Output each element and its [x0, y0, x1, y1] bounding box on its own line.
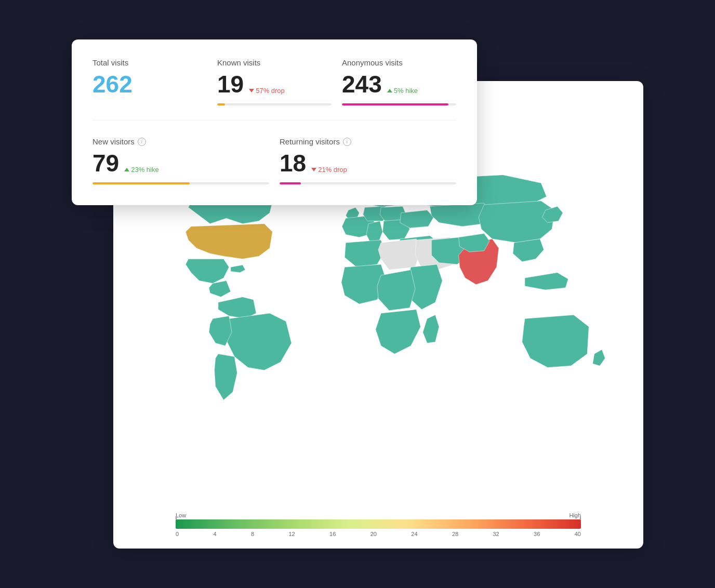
known-visits-label: Known visits	[217, 58, 332, 67]
legend-low-label: Low	[176, 512, 186, 518]
total-visits-stat: Total visits 262	[92, 58, 207, 105]
known-visits-progress	[217, 103, 332, 105]
returning-visitors-change: 21% drop	[311, 166, 347, 173]
anonymous-visits-number: 243	[342, 72, 382, 96]
returning-visitors-stat: Returning visitors i 18 21% drop	[280, 137, 456, 184]
known-visits-bar-fill	[217, 103, 225, 105]
stats-card: Total visits 262 Known visits 19 57% dro…	[72, 39, 477, 205]
known-visits-arrow-down-icon	[249, 89, 254, 92]
total-visits-number: 262	[92, 72, 133, 96]
anonymous-visits-arrow-up-icon	[387, 89, 392, 92]
returning-visitors-bar-fill	[280, 182, 301, 184]
dashboard-scene: Low High 0 4 8 12 16 20 24 28 32 36 40	[72, 39, 643, 549]
new-visitors-label: New visitors i	[92, 137, 269, 146]
anonymous-visits-stat: Anonymous visits 243 5% hike	[342, 58, 456, 105]
stats-bottom-row: New visitors i 79 23% hike Returning	[92, 137, 456, 184]
returning-visitors-progress	[280, 182, 456, 184]
anonymous-visits-value-row: 243 5% hike	[342, 72, 456, 96]
new-visitors-bar-fill	[92, 182, 190, 184]
anonymous-visits-label: Anonymous visits	[342, 58, 456, 67]
known-visits-number: 19	[217, 72, 244, 96]
returning-visitors-number: 18	[280, 151, 306, 175]
new-visitors-change: 23% hike	[124, 166, 158, 173]
returning-visitors-label: Returning visitors i	[280, 137, 456, 146]
known-visits-stat: Known visits 19 57% drop	[217, 58, 332, 105]
returning-visitors-info-icon[interactable]: i	[343, 138, 351, 146]
map-legend: Low High 0 4 8 12 16 20 24 28 32 36 40	[113, 512, 643, 537]
anonymous-visits-bar-fill	[342, 103, 448, 105]
anonymous-visits-change: 5% hike	[387, 87, 418, 95]
total-visits-value-row: 262	[92, 72, 207, 96]
new-visitors-stat: New visitors i 79 23% hike	[92, 137, 269, 184]
legend-tick-labels: 0 4 8 12 16 20 24 28 32 36 40	[176, 531, 581, 537]
returning-visitors-arrow-down-icon	[311, 168, 316, 171]
new-visitors-progress	[92, 182, 269, 184]
legend-high-label: High	[569, 512, 581, 518]
returning-visitors-value-row: 18 21% drop	[280, 151, 456, 175]
new-visitors-info-icon[interactable]: i	[138, 138, 146, 146]
anonymous-visits-progress	[342, 103, 456, 105]
known-visits-change: 57% drop	[249, 87, 285, 95]
stats-top-row: Total visits 262 Known visits 19 57% dro…	[92, 58, 456, 121]
new-visitors-number: 79	[92, 151, 119, 175]
new-visitors-arrow-up-icon	[124, 168, 129, 171]
known-visits-value-row: 19 57% drop	[217, 72, 332, 96]
legend-color-bar	[176, 519, 581, 529]
total-visits-label: Total visits	[92, 58, 207, 67]
new-visitors-value-row: 79 23% hike	[92, 151, 269, 175]
